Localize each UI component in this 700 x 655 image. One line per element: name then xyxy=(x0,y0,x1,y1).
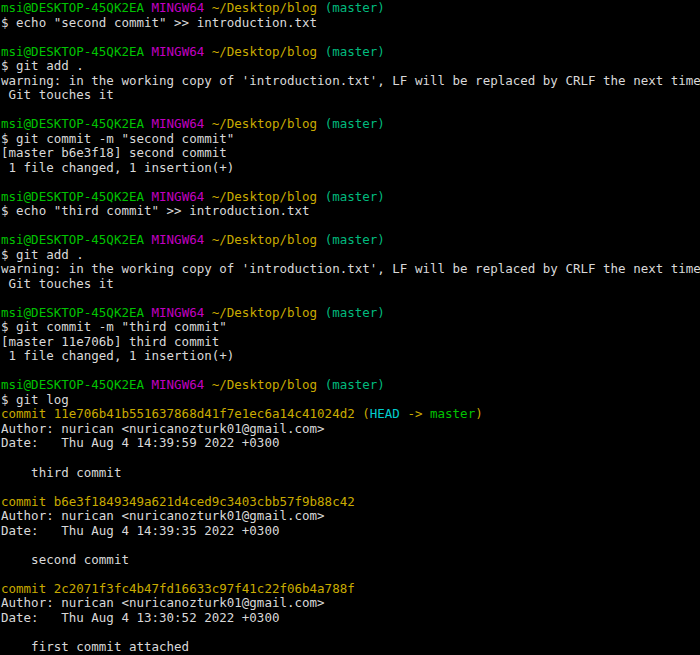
terminal-text-segment: commit 11e706b41b551637868d41f7e1ec6a14c… xyxy=(1,406,355,421)
terminal-text-segment: Git touches it xyxy=(1,87,114,102)
terminal-line: 1 file changed, 1 insertion(+) xyxy=(1,161,700,176)
terminal-text-segment: MINGW64 xyxy=(152,116,205,131)
terminal-text-segment: $ git log xyxy=(1,392,69,407)
terminal-line: Author: nurican <nuricanozturk01@gmail.c… xyxy=(1,509,700,524)
terminal-text-segment: $ echo "second commit" >> introduction.t… xyxy=(1,15,317,30)
terminal-text-segment: ~/Desktop/blog xyxy=(212,305,317,320)
terminal-line: commit 2c2071f3fc4b47fd16633c97f41c22f06… xyxy=(1,582,700,597)
terminal-line: Author: nurican <nuricanozturk01@gmail.c… xyxy=(1,596,700,611)
terminal-line: first commit attached xyxy=(1,640,700,655)
terminal-line xyxy=(1,219,700,234)
terminal-text-segment xyxy=(144,116,152,131)
terminal-text-segment xyxy=(204,0,212,15)
terminal-window[interactable]: msi@DESKTOP-45QK2EA MINGW64 ~/Desktop/bl… xyxy=(0,0,700,655)
terminal-text-segment xyxy=(204,377,212,392)
terminal-text-segment xyxy=(317,44,325,59)
terminal-line: Git touches it xyxy=(1,277,700,292)
terminal-text-segment xyxy=(317,305,325,320)
prompt-line: msi@DESKTOP-45QK2EA MINGW64 ~/Desktop/bl… xyxy=(1,306,700,321)
terminal-text-segment: (master) xyxy=(325,116,385,131)
terminal-text-segment: commit b6e3f1849349a621d4ced9c3403cbb57f… xyxy=(1,494,355,509)
terminal-line: $ echo "third commit" >> introduction.tx… xyxy=(1,204,700,219)
terminal-text-segment: msi@DESKTOP-45QK2EA xyxy=(1,232,144,247)
terminal-text-segment xyxy=(144,0,152,15)
prompt-line: msi@DESKTOP-45QK2EA MINGW64 ~/Desktop/bl… xyxy=(1,190,700,205)
terminal-text-segment xyxy=(204,232,212,247)
terminal-line xyxy=(1,30,700,45)
terminal-text-segment: ~/Desktop/blog xyxy=(212,189,317,204)
terminal-line xyxy=(1,567,700,582)
terminal-text-segment: msi@DESKTOP-45QK2EA xyxy=(1,189,144,204)
prompt-line: msi@DESKTOP-45QK2EA MINGW64 ~/Desktop/bl… xyxy=(1,1,700,16)
terminal-text-segment: $ git commit -m "second commit" xyxy=(1,131,234,146)
terminal-text-segment: (master) xyxy=(325,189,385,204)
terminal-line xyxy=(1,451,700,466)
terminal-text-segment: $ git add . xyxy=(1,58,84,73)
terminal-text-segment: $ git commit -m "third commit" xyxy=(1,319,227,334)
prompt-line: msi@DESKTOP-45QK2EA MINGW64 ~/Desktop/bl… xyxy=(1,233,700,248)
terminal-text-segment xyxy=(144,305,152,320)
terminal-line: commit 11e706b41b551637868d41f7e1ec6a14c… xyxy=(1,407,700,422)
terminal-line xyxy=(1,291,700,306)
terminal-line: Date: Thu Aug 4 14:39:35 2022 +0300 xyxy=(1,524,700,539)
terminal-line xyxy=(1,538,700,553)
terminal-line: third commit xyxy=(1,466,700,481)
terminal-text-segment: Author: nurican <nuricanozturk01@gmail.c… xyxy=(1,421,325,436)
terminal-text-segment: ~/Desktop/blog xyxy=(212,116,317,131)
terminal-line xyxy=(1,103,700,118)
terminal-text-segment xyxy=(317,0,325,15)
terminal-text-segment xyxy=(144,189,152,204)
terminal-line: $ git add . xyxy=(1,59,700,74)
terminal-text-segment: master xyxy=(430,406,475,421)
terminal-text-segment: $ echo "third commit" >> introduction.tx… xyxy=(1,203,310,218)
terminal-text-segment: [master 11e706b] third commit xyxy=(1,334,219,349)
terminal-text-segment xyxy=(144,44,152,59)
terminal-text-segment: Date: Thu Aug 4 13:30:52 2022 +0300 xyxy=(1,610,279,625)
terminal-text-segment xyxy=(144,232,152,247)
terminal-text-segment: ~/Desktop/blog xyxy=(212,44,317,59)
terminal-line: $ git commit -m "third commit" xyxy=(1,320,700,335)
terminal-text-segment: 1 file changed, 1 insertion(+) xyxy=(1,348,234,363)
terminal-text-segment: MINGW64 xyxy=(152,377,205,392)
terminal-text-segment: ~/Desktop/blog xyxy=(212,377,317,392)
terminal-text-segment xyxy=(317,189,325,204)
prompt-line: msi@DESKTOP-45QK2EA MINGW64 ~/Desktop/bl… xyxy=(1,378,700,393)
terminal-text-segment: (master) xyxy=(325,305,385,320)
terminal-text-segment: -> xyxy=(400,406,430,421)
prompt-line: msi@DESKTOP-45QK2EA MINGW64 ~/Desktop/bl… xyxy=(1,117,700,132)
terminal-text-segment xyxy=(204,305,212,320)
terminal-text-segment: Date: Thu Aug 4 14:39:35 2022 +0300 xyxy=(1,523,279,538)
terminal-text-segment: msi@DESKTOP-45QK2EA xyxy=(1,44,144,59)
terminal-text-segment: Author: nurican <nuricanozturk01@gmail.c… xyxy=(1,508,325,523)
terminal-line: second commit xyxy=(1,553,700,568)
terminal-text-segment: first commit attached xyxy=(1,639,189,654)
terminal-text-segment: second commit xyxy=(1,552,129,567)
terminal-text-segment: MINGW64 xyxy=(152,44,205,59)
terminal-line: 1 file changed, 1 insertion(+) xyxy=(1,349,700,364)
terminal-text-segment: [master b6e3f18] second commit xyxy=(1,145,227,160)
terminal-text-segment xyxy=(204,189,212,204)
terminal-text-segment xyxy=(204,116,212,131)
terminal-line: Date: Thu Aug 4 13:30:52 2022 +0300 xyxy=(1,611,700,626)
terminal-text-segment: MINGW64 xyxy=(152,305,205,320)
terminal-text-segment: commit 2c2071f3fc4b47fd16633c97f41c22f06… xyxy=(1,581,355,596)
terminal-text-segment: msi@DESKTOP-45QK2EA xyxy=(1,0,144,15)
terminal-text-segment: HEAD xyxy=(370,406,400,421)
terminal-text-segment: warning: in the working copy of 'introdu… xyxy=(1,261,700,276)
prompt-line: msi@DESKTOP-45QK2EA MINGW64 ~/Desktop/bl… xyxy=(1,45,700,60)
terminal-text-segment: ~/Desktop/blog xyxy=(212,232,317,247)
terminal-line: Author: nurican <nuricanozturk01@gmail.c… xyxy=(1,422,700,437)
terminal-text-segment: msi@DESKTOP-45QK2EA xyxy=(1,116,144,131)
terminal-text-segment: $ git add . xyxy=(1,247,84,262)
terminal-line: $ git log xyxy=(1,393,700,408)
terminal-text-segment: Git touches it xyxy=(1,276,114,291)
terminal-line: warning: in the working copy of 'introdu… xyxy=(1,262,700,277)
terminal-text-segment: MINGW64 xyxy=(152,189,205,204)
terminal-text-segment: MINGW64 xyxy=(152,232,205,247)
terminal-text-segment: ( xyxy=(355,406,370,421)
terminal-text-segment: warning: in the working copy of 'introdu… xyxy=(1,73,700,88)
terminal-line: Date: Thu Aug 4 14:39:59 2022 +0300 xyxy=(1,436,700,451)
terminal-line: [master 11e706b] third commit xyxy=(1,335,700,350)
terminal-line: $ echo "second commit" >> introduction.t… xyxy=(1,16,700,31)
terminal-text-segment: (master) xyxy=(325,377,385,392)
